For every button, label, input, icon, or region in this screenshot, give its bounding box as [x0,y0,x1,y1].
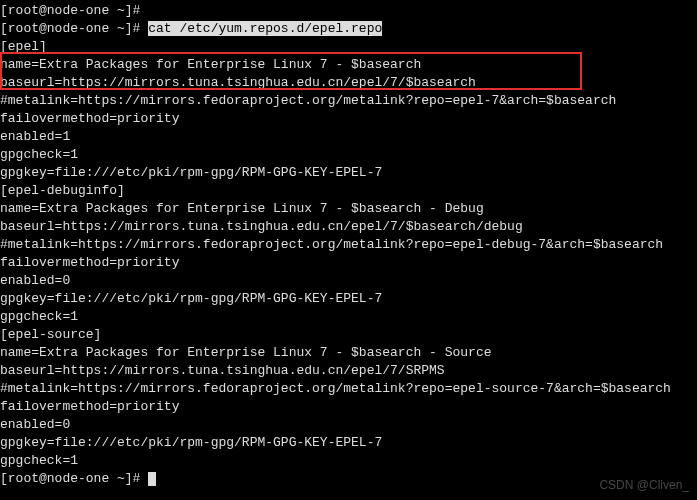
output-line: [epel-debuginfo] [0,182,697,200]
output-line: #metalink=https://mirrors.fedoraproject.… [0,236,697,254]
output-line: [epel] [0,38,697,56]
output-line: failovermethod=priority [0,110,697,128]
output-line: failovermethod=priority [0,398,697,416]
output-line: baseurl=https://mirrors.tuna.tsinghua.ed… [0,362,697,380]
output-line: name=Extra Packages for Enterprise Linux… [0,200,697,218]
prompt: [root@node-one ~]# [0,21,148,36]
output-line: gpgkey=file:///etc/pki/rpm-gpg/RPM-GPG-K… [0,164,697,182]
prompt: [root@node-one ~]# [0,471,148,486]
output-line: name=Extra Packages for Enterprise Linux… [0,56,697,74]
command-text: cat /etc/yum.repos.d/epel.repo [148,21,382,36]
output-line: gpgkey=file:///etc/pki/rpm-gpg/RPM-GPG-K… [0,434,697,452]
output-line: #metalink=https://mirrors.fedoraproject.… [0,380,697,398]
output-line: [epel-source] [0,326,697,344]
output-line: gpgcheck=1 [0,308,697,326]
output-line: enabled=0 [0,416,697,434]
output-line: enabled=0 [0,272,697,290]
output-line: gpgcheck=1 [0,452,697,470]
output-line: #metalink=https://mirrors.fedoraproject.… [0,92,697,110]
prompt-current[interactable]: [root@node-one ~]# [0,470,697,488]
output-line: enabled=1 [0,128,697,146]
output-line: baseurl=https://mirrors.tuna.tsinghua.ed… [0,218,697,236]
output-line: gpgcheck=1 [0,146,697,164]
output-line: name=Extra Packages for Enterprise Linux… [0,344,697,362]
output-line: gpgkey=file:///etc/pki/rpm-gpg/RPM-GPG-K… [0,290,697,308]
cursor-icon [148,472,156,486]
output-line: failovermethod=priority [0,254,697,272]
output-line: baseurl=https://mirrors.tuna.tsinghua.ed… [0,74,697,92]
prompt-command-line: [root@node-one ~]# cat /etc/yum.repos.d/… [0,20,697,38]
prompt-prev: [root@node-one ~]# [0,2,697,20]
watermark: CSDN @Cliven_ [599,476,689,494]
